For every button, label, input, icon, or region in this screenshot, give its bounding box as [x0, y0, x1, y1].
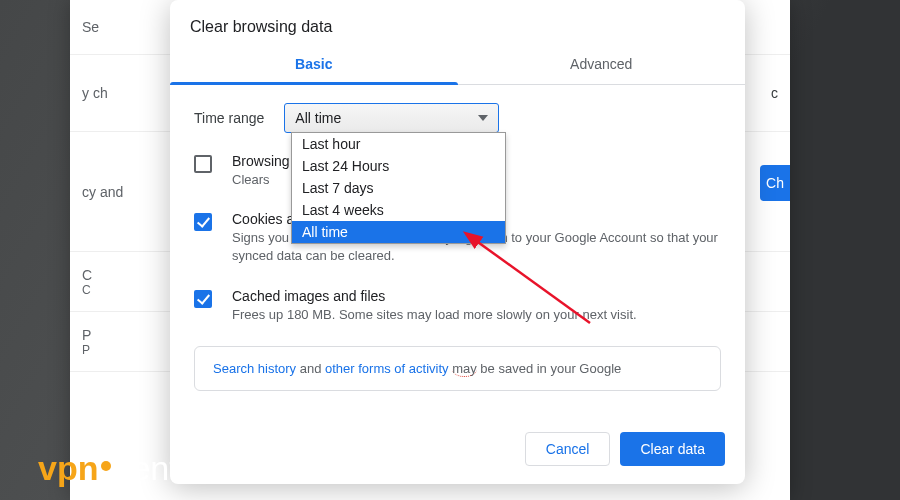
- watermark-logo: vpn central: [38, 449, 217, 488]
- watermark-central: central: [114, 449, 216, 488]
- bg-text: C: [82, 267, 92, 283]
- link-search-history[interactable]: Search history: [213, 361, 296, 376]
- option-last-24-hours[interactable]: Last 24 Hours: [292, 155, 505, 177]
- dot-icon: [101, 461, 111, 471]
- checkbox-browsing-history[interactable]: [194, 155, 212, 173]
- notice-text: be saved in your Google: [477, 361, 622, 376]
- item-title: Cached images and files: [232, 288, 637, 304]
- time-range-select[interactable]: All time: [284, 103, 499, 133]
- bg-text: P: [82, 343, 90, 357]
- bg-text: c: [771, 85, 778, 101]
- bg-text: cy and: [82, 184, 123, 200]
- background-button-peek[interactable]: Ch: [760, 165, 790, 201]
- option-all-time[interactable]: All time: [292, 221, 505, 243]
- option-last-hour[interactable]: Last hour: [292, 133, 505, 155]
- cancel-button[interactable]: Cancel: [525, 432, 611, 466]
- notice-text: and: [296, 361, 325, 376]
- clear-data-button[interactable]: Clear data: [620, 432, 725, 466]
- checkbox-cookies[interactable]: [194, 213, 212, 231]
- watermark-vpn: vpn: [38, 449, 98, 488]
- bg-text: Se: [82, 19, 99, 35]
- tab-basic[interactable]: Basic: [170, 46, 458, 84]
- time-range-label: Time range: [194, 110, 264, 126]
- spellcheck-mark: may: [452, 361, 477, 377]
- bg-text: C: [82, 283, 91, 297]
- tab-bar: Basic Advanced: [170, 46, 745, 85]
- search-history-notice: Search history and other forms of activi…: [194, 346, 721, 391]
- dialog-title: Clear browsing data: [170, 0, 745, 46]
- option-last-7-days[interactable]: Last 7 days: [292, 177, 505, 199]
- item-desc: Frees up 180 MB. Some sites may load mor…: [232, 306, 637, 324]
- chevron-down-icon: [478, 115, 488, 121]
- time-range-selected-value: All time: [295, 110, 341, 126]
- option-last-4-weeks[interactable]: Last 4 weeks: [292, 199, 505, 221]
- item-cache: Cached images and files Frees up 180 MB.…: [194, 288, 721, 324]
- dialog-content[interactable]: Time range All time Last hour Last 24 Ho…: [170, 85, 745, 418]
- time-range-dropdown: Last hour Last 24 Hours Last 7 days Last…: [291, 132, 506, 244]
- link-other-activity[interactable]: other forms of activity: [325, 361, 449, 376]
- bg-text: y ch: [82, 85, 108, 101]
- bg-text: P: [82, 327, 91, 343]
- checkbox-cache[interactable]: [194, 290, 212, 308]
- time-range-row: Time range All time Last hour Last 24 Ho…: [194, 103, 721, 133]
- tab-advanced[interactable]: Advanced: [458, 46, 746, 84]
- dialog-footer: Cancel Clear data: [170, 418, 745, 484]
- clear-browsing-data-dialog: Clear browsing data Basic Advanced Time …: [170, 0, 745, 484]
